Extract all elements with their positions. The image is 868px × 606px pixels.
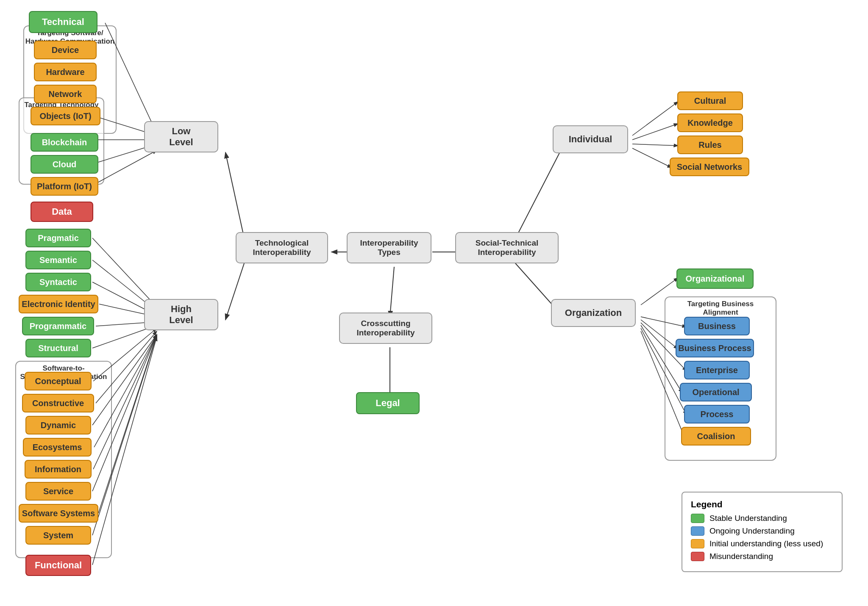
node-functional: Functional	[25, 555, 91, 576]
legend-label-ongoing: Ongoing Understanding	[709, 526, 795, 536]
svg-line-5	[513, 143, 565, 244]
svg-line-4	[225, 258, 246, 320]
node-interoperability-types: InteroperabilityTypes	[347, 232, 431, 263]
legend-swatch-stable	[691, 514, 704, 523]
node-business: Business	[684, 317, 750, 335]
node-organization: Organization	[551, 299, 636, 327]
node-blockchain: Blockchain	[31, 133, 98, 152]
legend-swatch-misunderstanding	[691, 552, 704, 561]
svg-line-29	[632, 124, 678, 140]
node-individual: Individual	[553, 125, 628, 153]
node-knowledge: Knowledge	[677, 113, 743, 132]
node-organizational: Organizational	[676, 268, 754, 289]
legend-title: Legend	[691, 499, 833, 509]
group-label-business: Targeting BusinessAlignment	[665, 300, 776, 317]
node-technical: Technical	[29, 11, 97, 33]
node-legal: Legal	[356, 392, 420, 414]
node-crosscutting: CrosscuttingInteroperability	[339, 313, 432, 344]
node-social-technical: Social-TechnicalInteroperability	[455, 232, 559, 263]
node-network: Network	[34, 85, 97, 103]
node-pragmatic: Pragmatic	[25, 229, 91, 247]
node-platform-iot: Platform (IoT)	[31, 177, 98, 196]
node-constructive: Constructive	[22, 394, 94, 412]
node-programmatic: Programmatic	[22, 317, 94, 335]
svg-line-28	[632, 102, 678, 136]
node-social-networks: Social Networks	[670, 158, 749, 176]
legend-swatch-initial	[691, 539, 704, 548]
node-enterprise: Enterprise	[684, 361, 750, 379]
svg-line-2	[390, 267, 394, 317]
legend-swatch-ongoing	[691, 526, 704, 536]
legend-label-initial: Initial understanding (less used)	[709, 539, 823, 548]
node-technological: TechnologicalInteroperability	[236, 232, 328, 263]
node-coalision: Coalision	[681, 427, 751, 446]
node-rules: Rules	[677, 136, 743, 154]
node-low-level: LowLevel	[144, 121, 218, 152]
node-cultural: Cultural	[677, 91, 743, 110]
node-ecosystems: Ecosystems	[23, 438, 92, 457]
legend-item-misunderstanding: Misunderstanding	[691, 552, 833, 561]
node-software-systems: Software Systems	[19, 504, 98, 523]
legend-item-ongoing: Ongoing Understanding	[691, 526, 833, 536]
node-dynamic: Dynamic	[25, 416, 91, 434]
node-process: Process	[684, 405, 750, 423]
node-system: System	[25, 526, 91, 545]
node-business-process: Business Process	[676, 339, 754, 357]
node-information: Information	[25, 460, 92, 479]
node-electronic-identity: Electronic Identity	[19, 295, 98, 313]
svg-line-3	[225, 152, 246, 246]
svg-line-13	[92, 238, 157, 307]
legend-item-initial: Initial understanding (less used)	[691, 539, 833, 548]
node-structural: Structural	[25, 339, 91, 357]
node-cloud: Cloud	[31, 155, 98, 174]
node-semantic: Semantic	[25, 251, 91, 269]
node-conceptual: Conceptual	[25, 372, 92, 390]
legend: Legend Stable Understanding Ongoing Unde…	[682, 492, 843, 572]
legend-item-stable: Stable Understanding	[691, 514, 833, 523]
legend-label-stable: Stable Understanding	[709, 514, 787, 523]
legend-label-misunderstanding: Misunderstanding	[709, 552, 773, 561]
svg-line-30	[632, 144, 678, 146]
diagram-container: Targeting Software/Hardware Communicatio…	[0, 0, 868, 606]
node-syntactic: Syntactic	[25, 273, 91, 291]
node-operational: Operational	[680, 383, 752, 401]
svg-line-31	[632, 148, 672, 168]
node-high-level: HighLevel	[144, 299, 218, 330]
node-objects-iot: Objects (IoT)	[31, 107, 100, 125]
node-service: Service	[25, 482, 91, 501]
node-device: Device	[34, 41, 97, 59]
node-hardware: Hardware	[34, 63, 97, 81]
node-data: Data	[31, 202, 93, 222]
